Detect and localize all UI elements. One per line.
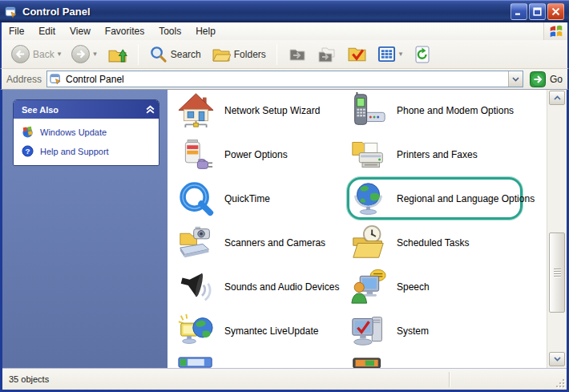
item-label: QuickTime (224, 193, 270, 204)
see-also-header[interactable]: See Also (14, 100, 159, 119)
see-also-body: Windows Update ? Help and Support (14, 119, 159, 165)
maximize-button[interactable] (529, 3, 546, 20)
chevron-down-icon (554, 357, 561, 362)
refresh-icon (413, 45, 432, 64)
item-speech[interactable]: Speech (350, 269, 430, 305)
go-label: Go (550, 74, 563, 85)
item-scanners-and-cameras[interactable]: Scanners and Cameras (178, 224, 325, 261)
views-button[interactable]: ▾ (374, 43, 406, 65)
windows-update-icon (22, 126, 34, 138)
speaker-icon (178, 269, 214, 305)
move-to-button[interactable] (284, 43, 310, 66)
item-power-options[interactable]: Power Options (178, 136, 288, 172)
scroll-up-button[interactable] (549, 91, 565, 105)
item-partial-left[interactable] (178, 357, 214, 368)
item-label: System (397, 325, 429, 337)
item-network-setup-wizard[interactable]: Network Setup Wizard (178, 92, 320, 128)
sidebar-link-label: Help and Support (40, 147, 109, 156)
vertical-scrollbar[interactable] (547, 90, 567, 368)
folders-button[interactable]: Folders (208, 43, 269, 66)
copy-to-button[interactable] (314, 43, 340, 66)
chevron-up-icon (554, 95, 561, 100)
back-dropdown-chevron-icon[interactable]: ▾ (58, 51, 62, 58)
taskbar-partial-icon (178, 357, 214, 368)
folders-icon (212, 45, 231, 64)
scroll-down-button[interactable] (549, 352, 565, 366)
copy-to-folder-icon (317, 45, 337, 64)
monitor-partial-icon (350, 357, 386, 368)
forward-button[interactable]: ▾ (68, 43, 100, 65)
menu-tools[interactable]: Tools (151, 23, 188, 39)
sidebar-item-help-and-support[interactable]: ? Help and Support (22, 145, 152, 157)
address-input[interactable]: Control Panel (46, 71, 523, 87)
item-symantec-liveupdate[interactable]: Symantec LiveUpdate (178, 313, 318, 349)
network-house-icon (178, 92, 214, 128)
control-panel-icon (5, 6, 18, 18)
chevron-up-icon[interactable] (145, 104, 155, 115)
back-button[interactable]: Back ▾ (8, 43, 64, 65)
item-quicktime[interactable]: QuickTime (178, 180, 270, 216)
go-arrow-icon (530, 71, 546, 87)
views-dropdown-chevron-icon[interactable]: ▾ (399, 51, 403, 58)
folders-label: Folders (234, 49, 266, 60)
control-panel-items: Network Setup Wizard Power Options (167, 90, 547, 368)
close-button[interactable] (547, 3, 564, 20)
menu-edit[interactable]: Edit (31, 23, 63, 39)
item-printers-and-faxes[interactable]: Printers and Faxes (350, 136, 478, 172)
item-label: Speech (397, 281, 430, 293)
go-button[interactable]: Go (530, 71, 563, 87)
sidebar: See Also (2, 90, 167, 368)
item-label: Scanners and Cameras (224, 237, 325, 249)
address-bar: Address Control Panel Go (0, 69, 569, 90)
see-also-title: See Also (22, 105, 145, 115)
see-also-panel: See Also (13, 99, 159, 166)
up-folder-icon (107, 44, 127, 64)
status-text: 35 objects (9, 374, 49, 384)
toolbar-separator (138, 44, 139, 65)
menu-favorites[interactable]: Favorites (98, 23, 151, 39)
windows-logo (543, 22, 567, 40)
item-partial-right[interactable] (350, 357, 386, 368)
search-label: Search (171, 49, 201, 60)
item-scheduled-tasks[interactable]: Scheduled Tasks (350, 224, 470, 261)
menu-bar: File Edit View Favorites Tools Help (0, 22, 569, 40)
toolbar: Back ▾ ▾ Search (0, 40, 569, 69)
quicktime-icon (178, 180, 214, 216)
item-phone-and-modem-options[interactable]: Phone and Modem Options (350, 92, 514, 128)
refresh-button[interactable] (410, 43, 435, 66)
item-system[interactable]: System (350, 313, 429, 349)
maximize-icon (533, 7, 542, 16)
move-to-folder-icon (288, 45, 307, 64)
toolbar-separator (276, 44, 277, 65)
status-separator (449, 372, 450, 387)
menu-view[interactable]: View (63, 23, 98, 39)
item-regional-and-language-options[interactable]: Regional and Language Options (350, 180, 535, 216)
item-label: Printers and Faxes (397, 149, 478, 160)
close-icon (551, 7, 560, 16)
regional-globe-icon (350, 180, 386, 216)
minimize-button[interactable] (510, 3, 527, 20)
address-dropdown-button[interactable] (508, 71, 523, 87)
search-button[interactable]: Search (146, 43, 204, 65)
views-icon (377, 45, 396, 63)
help-icon: ? (22, 145, 34, 157)
scrollbar-thumb[interactable] (549, 232, 565, 313)
sidebar-item-windows-update[interactable]: Windows Update (22, 126, 152, 138)
forward-dropdown-chevron-icon[interactable]: ▾ (93, 51, 97, 58)
resize-grip[interactable] (554, 377, 565, 388)
search-icon (149, 45, 167, 63)
minimize-icon (515, 7, 523, 16)
up-button[interactable] (104, 42, 131, 66)
liveupdate-globe-icon (178, 313, 214, 349)
menu-file[interactable]: File (2, 23, 31, 39)
sidebar-link-label: Windows Update (40, 127, 107, 137)
item-label: Scheduled Tasks (397, 237, 470, 249)
item-label: Regional and Language Options (397, 193, 535, 204)
forward-arrow-icon (71, 45, 90, 63)
scheduled-tasks-icon (350, 224, 386, 261)
address-value: Control Panel (66, 74, 508, 85)
folder-check-button[interactable] (344, 42, 370, 66)
item-sounds-and-audio-devices[interactable]: Sounds and Audio Devices (178, 269, 339, 305)
control-panel-icon (50, 73, 62, 85)
menu-help[interactable]: Help (188, 23, 223, 39)
